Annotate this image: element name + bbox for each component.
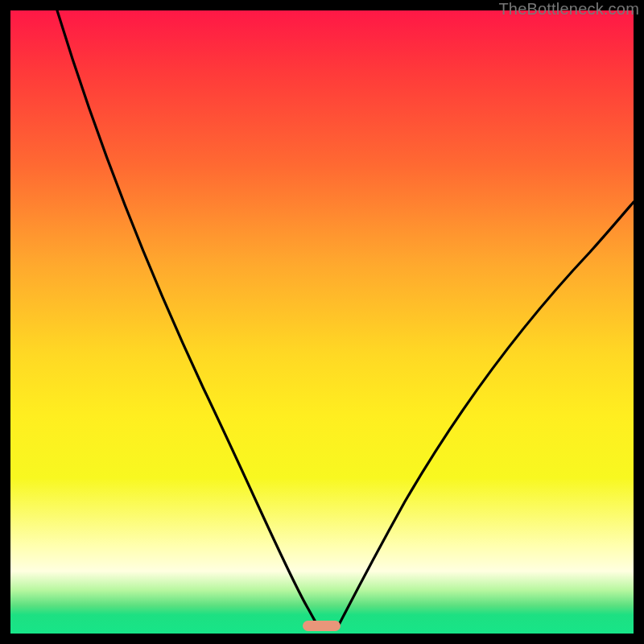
- curve-right-branch: [338, 202, 634, 626]
- bottleneck-curve: [10, 10, 634, 634]
- chart-plot-area: [10, 10, 634, 634]
- chart-frame: TheBottleneck.com: [0, 0, 644, 644]
- watermark-text: TheBottleneck.com: [498, 0, 639, 19]
- curve-left-branch: [57, 10, 318, 626]
- bottleneck-marker: [303, 621, 341, 631]
